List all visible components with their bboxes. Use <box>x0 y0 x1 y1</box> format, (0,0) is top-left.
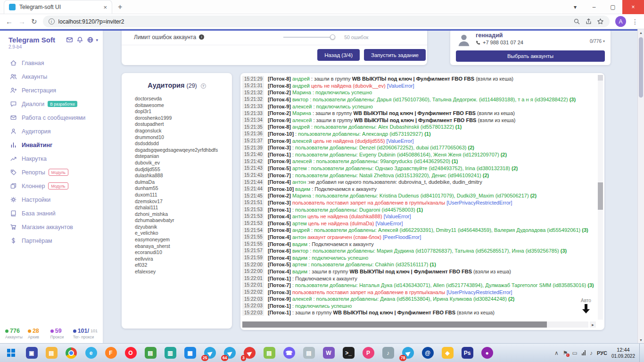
slider-knob[interactable] <box>330 34 335 40</box>
audience-item[interactable]: dragonsluck <box>135 128 232 134</box>
account-counter[interactable]: 0/776 ▾ <box>590 39 605 44</box>
back-icon[interactable]: ← <box>6 17 13 25</box>
audience-item[interactable]: easymoneygem <box>135 237 232 243</box>
audience-item[interactable]: dudjdijd555 <box>135 166 232 173</box>
taskbar-firefox[interactable]: F <box>101 344 121 362</box>
forward-icon[interactable]: → <box>18 17 25 25</box>
scrollbar-thumb[interactable] <box>598 182 603 210</box>
minimize-button[interactable]: – <box>585 0 603 14</box>
taskbar-app-window[interactable]: ▣ <box>22 344 41 362</box>
reload-icon[interactable]: ↻ <box>31 17 37 26</box>
sidebar-item-invite[interactable]: Инвайтинг <box>0 138 103 152</box>
volume-icon[interactable]: ♪ <box>590 350 593 356</box>
url-text[interactable]: localhost:9120/?p=inviter2 <box>58 18 570 25</box>
taskbar-mail[interactable]: @ <box>418 344 438 362</box>
audience-item[interactable]: dopl3r1 <box>135 108 232 115</box>
tab-close-icon[interactable]: × <box>103 4 107 11</box>
site-info-icon[interactable] <box>49 18 55 25</box>
browser-menu-icon[interactable]: ⋮ <box>632 18 638 25</box>
audience-item[interactable]: eellvvira <box>135 256 232 263</box>
sidebar-item-chat[interactable]: ДиалогиВ разработке <box>0 97 103 111</box>
taskbar-notes[interactable]: ▤ <box>259 344 279 362</box>
taskbar-terminal[interactable]: >_ <box>339 344 358 362</box>
taskbar-shield[interactable]: ◆ <box>438 344 457 362</box>
sidebar-item-home[interactable]: Главная <box>0 56 103 70</box>
sidebar-item-boost[interactable]: Накрутка <box>0 152 103 165</box>
select-accounts-button[interactable]: Выбрать аккаунты <box>456 50 605 62</box>
audience-item[interactable]: doctorsevda <box>135 96 232 102</box>
audience-item[interactable]: dstepanian <box>135 153 232 160</box>
sidebar-item-cloner[interactable]: КлоннерМодуль <box>0 179 103 193</box>
audience-item[interactable]: dzemskov17 <box>135 198 232 205</box>
start-button[interactable] <box>0 344 22 362</box>
taskbar-teal-app[interactable]: ▥ <box>160 344 180 362</box>
audience-item[interactable]: dubovik_ev <box>135 160 232 166</box>
audience-item[interactable]: dostupadhert <box>135 121 232 128</box>
audience-item[interactable]: ebanaya_sherst <box>135 243 232 250</box>
taskbar-telegram-red[interactable]: ▶3 <box>239 344 259 362</box>
bookmark-star-icon[interactable] <box>597 18 604 25</box>
defender-flag-icon[interactable]: ⚑× <box>563 350 568 356</box>
taskbar-volume-app[interactable]: ♪ <box>378 344 398 362</box>
scrollbar-top-cap[interactable] <box>598 75 603 81</box>
taskbar-telegram-1[interactable]: ▶25 <box>200 344 220 362</box>
audience-item[interactable]: doroshenko1999 <box>135 115 232 122</box>
language-indicator[interactable]: РУС <box>597 350 607 356</box>
tray-expand-icon[interactable]: ∧ <box>554 350 559 356</box>
log-horizontal-scrollbar[interactable] <box>242 321 588 328</box>
audience-item[interactable]: ecoranudi10 <box>135 249 232 256</box>
audience-item[interactable]: dzhumabaevbatyr <box>135 217 232 224</box>
taskbar-telegram-2[interactable]: ▶64 <box>220 344 239 362</box>
sidebar-item-partners[interactable]: Партнёрам <box>0 234 103 247</box>
language-caret-icon[interactable]: ▾ <box>96 38 98 42</box>
browser-tab[interactable]: Telegram-soft UI × <box>4 0 112 14</box>
sidebar-item-audience[interactable]: Аудитория <box>0 124 103 138</box>
scroll-down-arrow-icon[interactable]: ▼ <box>638 337 644 343</box>
sidebar-item-message[interactable]: Работа с сообщениями <box>0 111 103 124</box>
mail-icon[interactable] <box>66 36 73 43</box>
audience-item[interactable]: e_velichko <box>135 230 232 237</box>
sidebar-item-reports[interactable]: РепортыМодуль <box>0 165 103 179</box>
sidebar-item-shop[interactable]: Магазин аккаунтов <box>0 220 103 234</box>
sidebar-item-settings[interactable]: Настройки <box>0 193 103 206</box>
sidebar-item-user-plus[interactable]: Регистрация <box>0 83 103 97</box>
audience-item[interactable]: dzyubanik <box>135 224 232 230</box>
show-desktop-button[interactable] <box>639 344 643 362</box>
page-scrollbar[interactable]: ▲ ▼ <box>637 29 644 343</box>
sidebar-item-knowledge[interactable]: База знаний <box>0 206 103 220</box>
network-signal-icon[interactable] <box>582 350 586 355</box>
profile-avatar[interactable]: A <box>615 16 626 27</box>
taskbar-paint[interactable]: P <box>358 344 378 362</box>
audience-item[interactable]: ef032 <box>135 262 232 269</box>
scrollbar-thumb[interactable] <box>242 321 547 328</box>
autoscroll-down-arrow-icon[interactable] <box>581 304 591 314</box>
back-button[interactable]: Назад (3/4) <box>317 49 360 61</box>
tab-list-caret-icon[interactable]: ▾ <box>566 0 585 14</box>
taskbar-purple-app[interactable]: ● <box>477 344 497 362</box>
audience-item[interactable]: dzhalal111 <box>135 205 232 211</box>
taskbar-internet-explorer[interactable]: e <box>81 344 101 362</box>
new-tab-button[interactable]: + <box>118 3 122 11</box>
audience-item[interactable]: drummond10 <box>135 134 232 141</box>
taskbar-photoshop[interactable]: Ps <box>457 344 477 362</box>
address-bar[interactable]: localhost:9120/?p=inviter2 <box>43 16 610 27</box>
share-icon[interactable] <box>585 18 592 25</box>
notifications-bell-icon[interactable] <box>76 36 83 43</box>
autoscroll-control[interactable]: Авто <box>578 298 594 316</box>
audience-item[interactable]: dunham55 <box>135 185 232 192</box>
scrollbar-thumb[interactable] <box>639 37 643 98</box>
scroll-up-arrow-icon[interactable]: ▲ <box>638 29 644 36</box>
log-vertical-scrollbar[interactable] <box>598 75 603 320</box>
clock[interactable]: 12:44 01.09.2022 <box>611 346 635 359</box>
taskbar-opera[interactable]: O <box>121 344 140 362</box>
taskbar-viber[interactable]: ☎ <box>279 344 299 362</box>
zoom-icon[interactable] <box>573 18 580 25</box>
language-globe-icon[interactable] <box>87 36 94 43</box>
taskbar-chrome[interactable] <box>61 344 81 362</box>
maximize-button[interactable]: ▢ <box>603 0 622 14</box>
audience-item[interactable]: efalexsey <box>135 269 232 275</box>
taskbar-telegram-3[interactable]: ▶78 <box>398 344 418 362</box>
taskbar-notepad[interactable]: ▤ <box>299 344 319 362</box>
taskbar-file-explorer[interactable]: ▤ <box>41 344 61 362</box>
audience-item[interactable]: dsgadsgqwegdsagewqeyre2yrfdhbdfs <box>135 147 232 154</box>
